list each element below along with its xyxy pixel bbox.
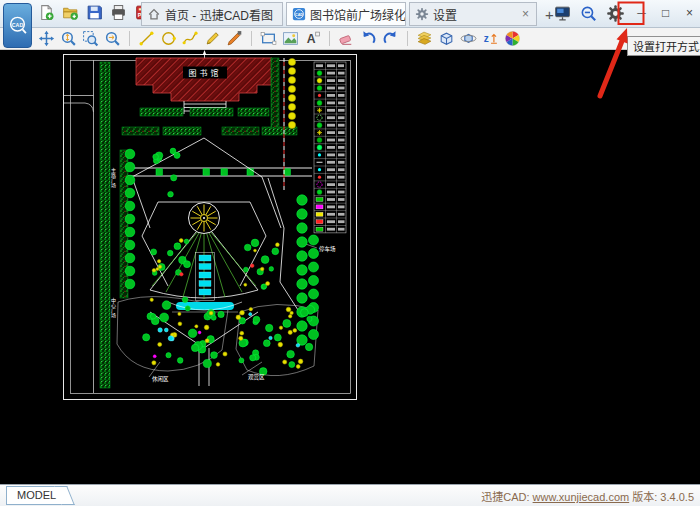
layers-icon[interactable] (416, 30, 433, 47)
model-tab-label: MODEL (17, 489, 56, 501)
crop-box-icon[interactable] (260, 30, 277, 47)
svg-text:CAD: CAD (12, 22, 24, 28)
svg-text:A: A (307, 32, 316, 46)
road-label-lower: 中心广场 (110, 297, 116, 319)
version-label: 版本: 3.4.0.5 (629, 491, 694, 503)
svg-text:z: z (484, 33, 489, 44)
tab-home[interactable]: 首页 - 迅捷CAD看图 (141, 2, 283, 26)
tab-settings[interactable]: 设置 × (409, 2, 537, 26)
settings-gear-button[interactable] (606, 4, 625, 23)
save-file-icon[interactable] (86, 4, 103, 21)
road-lines (64, 60, 94, 393)
toolbar-separator (407, 31, 408, 46)
cad-drawing: 图书馆 (0, 50, 700, 484)
eraser-icon[interactable] (338, 30, 355, 47)
draw-circle-icon[interactable] (160, 30, 177, 47)
zoom-window-icon[interactable] (82, 30, 99, 47)
website-link[interactable]: www.xunjiecad.com (533, 491, 630, 503)
draw-pencil-icon[interactable] (204, 30, 221, 47)
draw-spline-icon[interactable] (182, 30, 199, 47)
zoom-out-search-icon[interactable] (580, 5, 597, 22)
draw-marker-icon[interactable] (226, 30, 243, 47)
pan-zoom-icon[interactable] (38, 30, 55, 47)
library-building: 图书馆 (136, 58, 272, 114)
cad-file-icon: CAD (292, 7, 306, 21)
minimize-button[interactable]: ─ (634, 6, 649, 20)
tab-strip: 首页 - 迅捷CAD看图 CAD 图书馆前广场绿化... × 设置 × + (141, 2, 559, 26)
draw-line-icon[interactable] (138, 30, 155, 47)
toolbar-separator (129, 31, 130, 46)
app-logo-button[interactable]: CAD (3, 3, 32, 48)
screen-capture-icon[interactable] (554, 5, 571, 22)
titlebar-right-controls: ─ □ × (554, 0, 697, 26)
title-bar: CAD PDF 首页 - 迅捷CAD看图 CAD 图书馆前广场绿化... × (0, 0, 700, 28)
zone-label-parking: 停车场 (319, 245, 336, 253)
legend-table (314, 62, 346, 233)
maximize-button[interactable]: □ (658, 6, 673, 20)
insert-text-icon[interactable]: A (304, 30, 321, 47)
road-label-upper: 主路广场 (110, 167, 116, 189)
status-bar: MODEL 迅捷CAD: www.xunjiecad.com 版本: 3.4.0… (0, 484, 700, 506)
brand-prefix: 迅捷CAD: (481, 491, 532, 503)
settings-tooltip: 设置打开方式、默 (627, 36, 700, 56)
redo-icon[interactable] (382, 30, 399, 47)
close-button[interactable]: × (682, 6, 697, 20)
gear-icon (415, 7, 429, 21)
cad-viewer-window: CAD PDF 首页 - 迅捷CAD看图 CAD 图书馆前广场绿化... × (0, 0, 700, 506)
fountain-wheel (189, 203, 220, 234)
tab-drawing-label: 图书馆前广场绿化... (310, 6, 406, 23)
zoom-previous-icon[interactable] (104, 30, 121, 47)
insert-image-icon[interactable] (282, 30, 299, 47)
building-label: 图书馆 (189, 68, 222, 78)
tab-drawing[interactable]: CAD 图书馆前广场绿化... × (286, 2, 406, 26)
toolbar-separator (329, 31, 330, 46)
tab-home-label: 首页 - 迅捷CAD看图 (165, 6, 273, 23)
print-icon[interactable] (110, 4, 127, 21)
color-wheel-icon[interactable] (504, 30, 521, 47)
svg-text:CAD: CAD (295, 13, 303, 17)
north-arrow (203, 50, 207, 58)
tree-symbols (125, 58, 318, 375)
toolbar-separator (251, 31, 252, 46)
open-file-icon[interactable] (62, 4, 79, 21)
zone-label-bottom-left: 休闲区 (152, 375, 169, 383)
drawing-viewport[interactable]: 图书馆 (0, 50, 700, 484)
new-file-icon[interactable] (38, 4, 55, 21)
tab-settings-close-icon[interactable]: × (520, 7, 531, 21)
tab-settings-label: 设置 (433, 6, 457, 23)
cube-3d-icon[interactable] (438, 30, 455, 47)
orbit-3d-icon[interactable] (460, 30, 477, 47)
statusbar-brand: 迅捷CAD: www.xunjiecad.com 版本: 3.4.0.5 (481, 488, 694, 504)
z-order-icon[interactable]: z (482, 30, 499, 47)
model-tab[interactable]: MODEL (6, 486, 65, 505)
undo-icon[interactable] (360, 30, 377, 47)
fan-rays (152, 224, 256, 299)
cad-logo-icon: CAD (7, 15, 28, 36)
zone-label-bottom-right: 观赏区 (248, 373, 265, 381)
home-icon (147, 7, 161, 21)
drawing-toolbar: A z (0, 27, 700, 50)
zoom-dynamic-icon[interactable] (60, 30, 77, 47)
quick-access-toolbar: PDF (38, 4, 151, 21)
